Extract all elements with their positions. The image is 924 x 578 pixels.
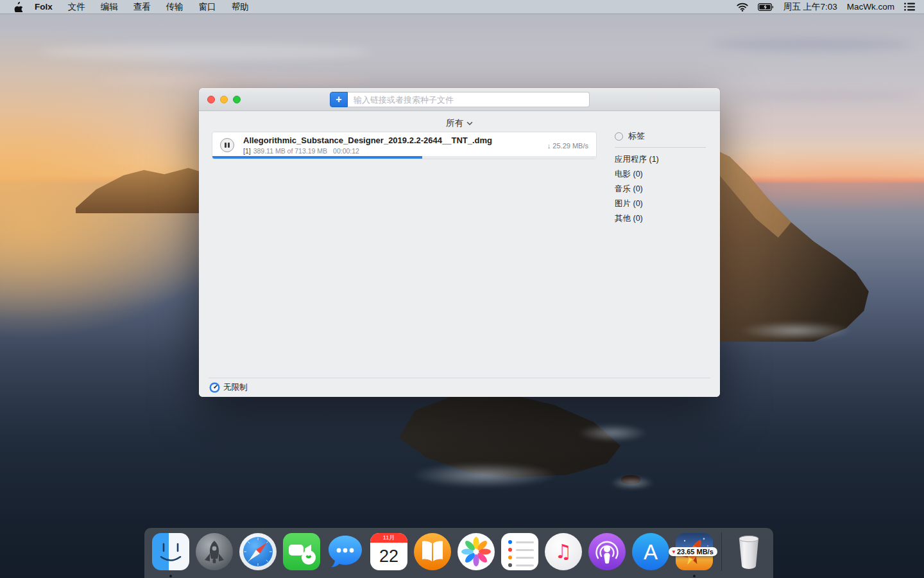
- dock-launchpad-icon[interactable]: [194, 531, 235, 572]
- folx-speed-badge: ▼ 23.65 MB/s: [669, 547, 717, 556]
- apple-menu-icon[interactable]: [13, 1, 22, 12]
- menu-help[interactable]: 帮助: [232, 1, 249, 13]
- messages-bubble: [325, 531, 366, 572]
- filter-row: 所有: [199, 117, 720, 129]
- dock-safari-icon[interactable]: [237, 531, 278, 572]
- status-bar: 无限制: [199, 378, 720, 397]
- menu-clock[interactable]: 周五 上午7:03: [783, 1, 837, 13]
- running-indicator: [169, 575, 172, 577]
- speed-limit-label: 无限制: [223, 382, 248, 393]
- zoom-button[interactable]: [233, 96, 241, 103]
- folx-window: + 所有 Allegorithmic_Substance_Designer_20…: [199, 88, 720, 397]
- progress-fill: [212, 156, 422, 159]
- menu-site-label[interactable]: MacWk.com: [847, 2, 894, 12]
- filter-all-label: 所有: [446, 118, 463, 129]
- download-arrow-icon: ▼: [671, 549, 676, 555]
- menu-app-name[interactable]: Folx: [35, 2, 53, 12]
- dock: 11月 22: [144, 528, 773, 578]
- download-speed: ↓ 25.29 MB/s: [547, 142, 588, 150]
- close-button[interactable]: [207, 96, 215, 103]
- list-menu-icon[interactable]: [904, 3, 915, 11]
- menu-file[interactable]: 文件: [68, 1, 85, 13]
- tag-item-movies[interactable]: 电影 (0): [615, 167, 711, 182]
- download-details: [1]389.11 MB of 713.19 MB00:00:12: [243, 147, 359, 155]
- download-filename: Allegorithmic_Substance_Designer_2019.2.…: [243, 136, 492, 145]
- dock-photos-icon[interactable]: [456, 531, 497, 572]
- menu-window[interactable]: 窗口: [199, 1, 216, 13]
- tag-color-circle-icon[interactable]: [615, 132, 623, 141]
- sea-foam: [738, 321, 853, 340]
- status-bar-divider: [209, 378, 710, 378]
- add-download-button[interactable]: +: [330, 92, 348, 107]
- title-bar[interactable]: +: [199, 88, 720, 111]
- progress-bar: [212, 156, 596, 159]
- tag-item-pictures[interactable]: 图片 (0): [615, 197, 711, 211]
- folx-badge-speed: 23.65 MB/s: [677, 548, 714, 556]
- download-index: [1]: [243, 147, 251, 155]
- dock-folx-icon[interactable]: ▼ 23.65 MB/s: [674, 531, 715, 572]
- appstore-a-glyph: A: [644, 541, 658, 563]
- cloud: [712, 37, 911, 51]
- cloud: [732, 91, 918, 101]
- dock-reminders-icon[interactable]: [499, 531, 540, 572]
- minimize-button[interactable]: [220, 96, 228, 103]
- menu-transfer[interactable]: 传输: [166, 1, 184, 13]
- calendar-day: 22: [370, 543, 407, 570]
- download-size: 389.11 MB of 713.19 MB: [253, 147, 327, 155]
- download-speed-value: 25.29 MB/s: [552, 142, 588, 150]
- tags-sidebar: 标签 应用程序 (1) 电影 (0) 音乐 (0) 图片 (0) 其他 (0): [615, 130, 711, 226]
- window-content: 所有 Allegorithmic_Substance_Designer_2019…: [199, 111, 720, 397]
- dock-calendar-icon[interactable]: 11月 22: [368, 531, 409, 572]
- menu-bar: Folx 文件 编辑 查看 传输 窗口 帮助 周五 上午7:03 MacWk.c…: [0, 0, 924, 14]
- tag-item-other[interactable]: 其他 (0): [615, 211, 711, 226]
- tags-divider: [615, 147, 706, 148]
- dock-finder-icon[interactable]: [150, 531, 191, 572]
- dock-trash-icon[interactable]: [728, 531, 769, 572]
- calendar-month: 11月: [370, 533, 407, 543]
- download-time: 00:00:12: [333, 147, 359, 155]
- music-note-glyph: ♫: [555, 542, 572, 561]
- dock-music-icon[interactable]: ♫: [543, 531, 584, 572]
- battery-charging-icon[interactable]: [758, 3, 774, 11]
- search-bar: +: [330, 92, 590, 107]
- sea-foam: [610, 477, 654, 489]
- dock-books-icon[interactable]: [412, 531, 453, 572]
- pause-button[interactable]: [220, 138, 234, 152]
- speed-limit-control[interactable]: 无限制: [209, 382, 248, 393]
- running-indicator: [693, 575, 696, 577]
- filter-all-dropdown[interactable]: 所有: [446, 118, 473, 129]
- speedometer-icon: [209, 382, 220, 393]
- tag-item-applications[interactable]: 应用程序 (1): [615, 152, 711, 167]
- sea-foam: [411, 462, 558, 488]
- download-arrow-icon: ↓: [547, 142, 551, 150]
- wifi-icon[interactable]: [737, 3, 748, 12]
- dock-podcasts-icon[interactable]: [586, 531, 628, 572]
- chevron-down-icon: [466, 121, 473, 126]
- cloud: [96, 74, 372, 86]
- tags-header: 标签: [615, 130, 711, 142]
- menu-edit[interactable]: 编辑: [101, 1, 118, 13]
- dock-facetime-icon[interactable]: [281, 531, 322, 572]
- search-input[interactable]: [348, 92, 590, 107]
- dock-appstore-icon[interactable]: A: [630, 531, 671, 572]
- tag-item-music[interactable]: 音乐 (0): [615, 182, 711, 197]
- cloud: [38, 44, 372, 60]
- dock-messages-icon[interactable]: [325, 531, 366, 572]
- tags-header-label: 标签: [628, 130, 645, 142]
- menu-view[interactable]: 查看: [133, 1, 151, 13]
- download-row[interactable]: Allegorithmic_Substance_Designer_2019.2.…: [212, 132, 597, 159]
- dock-divider: [721, 532, 722, 571]
- desktop: Folx 文件 编辑 查看 传输 窗口 帮助 周五 上午7:03 MacWk.c…: [0, 0, 924, 578]
- sea-foam: [578, 424, 648, 442]
